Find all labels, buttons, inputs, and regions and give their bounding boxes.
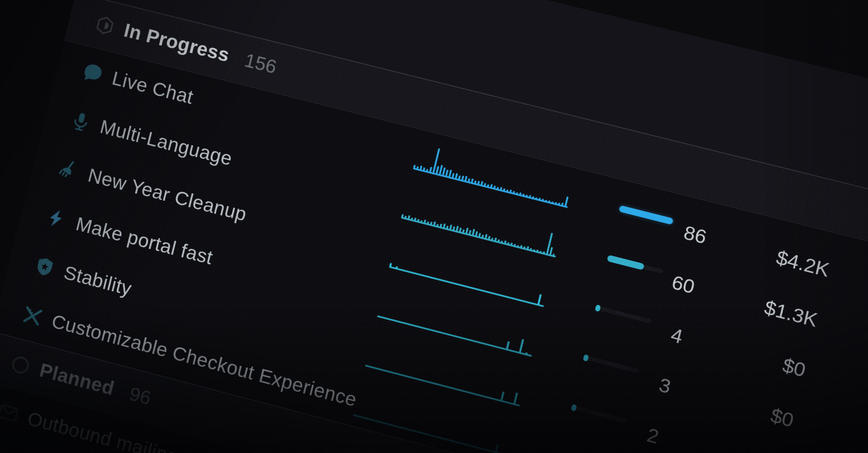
shield-star-icon [32,254,57,280]
group-label: Planned [38,359,117,400]
envelope-icon [0,400,21,426]
effort-bar-fill [583,354,589,362]
status-planned-icon [9,352,33,377]
broom-icon [56,157,82,183]
chat-bubble-icon [80,60,106,86]
effort-bar-fill [571,404,577,411]
status-in-progress-icon [93,13,117,37]
feature-board: In Progress 156 Live Chat 86 $4.2K Multi… [0,0,868,453]
ruler-pen-icon [19,303,45,329]
microphone-icon [68,108,94,134]
app-screenshot: { "page": { "background": "#0b0b0e", "ac… [0,0,868,453]
group-count-badge: 156 [242,49,279,78]
lightning-bolt-icon [44,205,70,232]
group-count-badge: 96 [127,383,153,410]
effort-bar-fill [595,304,601,312]
